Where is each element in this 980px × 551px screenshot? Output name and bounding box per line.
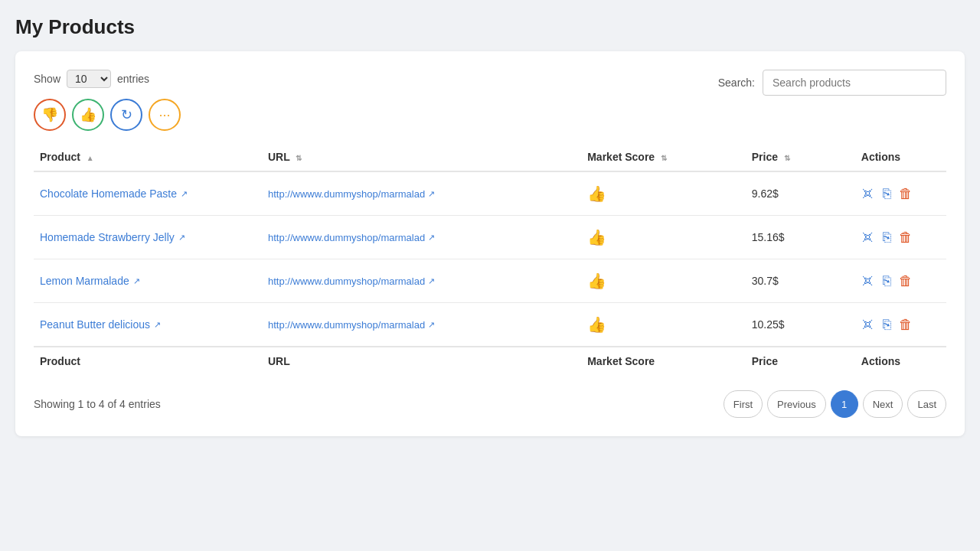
col-header-market-score[interactable]: Market Score ⇅ — [581, 143, 746, 171]
cell-market-score-3: 👍 — [581, 303, 746, 347]
pin-icon-1[interactable]: ⯏ — [861, 230, 875, 246]
table-row: Homemade Strawberry Jelly ↗ http://wwww.… — [34, 216, 946, 259]
url-link-2[interactable]: http://wwww.dummyshop/marmalad ↗ — [268, 276, 435, 287]
table-row: Peanut Butter delicious ↗ http://wwww.du… — [34, 303, 946, 347]
page-last-button[interactable]: Last — [907, 390, 946, 418]
pin-icon-2[interactable]: ⯏ — [861, 273, 875, 289]
pin-icon-0[interactable]: ⯏ — [861, 186, 875, 202]
action-icons-3: ⯏ ⎘ 🗑 — [861, 317, 940, 333]
table-header: Product ▲ URL ⇅ Market Score ⇅ Price ⇅ A… — [34, 143, 946, 171]
search-input[interactable] — [763, 70, 946, 96]
url-link-3[interactable]: http://wwww.dummyshop/marmalad ↗ — [268, 319, 435, 331]
cell-url-1: http://wwww.dummyshop/marmalad ↗ — [262, 216, 581, 259]
product-name-0: Chocolate Homemade Paste — [40, 187, 177, 200]
pagination: First Previous 1 Next Last — [724, 390, 946, 418]
url-link-0[interactable]: http://wwww.dummyshop/marmalad ↗ — [268, 188, 435, 200]
action-icons-2: ⯏ ⎘ 🗑 — [861, 273, 940, 289]
left-controls: Show 10 25 50 100 entries 👎 👍 ↻ ··· — [34, 70, 181, 131]
product-name-3: Peanut Butter delicious — [40, 318, 150, 331]
delete-icon-1[interactable]: 🗑 — [899, 230, 913, 246]
market-score-icon-3: 👍 — [587, 316, 606, 333]
cell-actions-2: ⯏ ⎘ 🗑 — [855, 259, 946, 303]
url-link-1[interactable]: http://wwww.dummyshop/marmalad ↗ — [268, 232, 435, 243]
product-link-3[interactable]: Peanut Butter delicious ↗ — [40, 318, 161, 331]
delete-icon-2[interactable]: 🗑 — [899, 273, 913, 289]
url-text-2: http://wwww.dummyshop/marmalad — [268, 276, 425, 287]
market-score-icon-1: 👍 — [587, 229, 606, 246]
cell-url-0: http://wwww.dummyshop/marmalad ↗ — [262, 171, 581, 216]
market-score-icon-2: 👍 — [587, 272, 606, 289]
ext-icon-product-2: ↗ — [133, 276, 140, 286]
col-header-actions: Actions — [855, 143, 946, 171]
showing-text: Showing 1 to 4 of 4 entries — [34, 398, 161, 410]
sort-arrow-product: ▲ — [87, 154, 94, 162]
product-name-2: Lemon Marmalade — [40, 275, 129, 287]
sort-arrow-market-score: ⇅ — [661, 154, 667, 162]
market-score-icon-0: 👍 — [587, 185, 606, 202]
bottom-bar: Showing 1 to 4 of 4 entries First Previo… — [34, 390, 946, 418]
table-row: Lemon Marmalade ↗ http://wwww.dummyshop/… — [34, 259, 946, 303]
table-row: Chocolate Homemade Paste ↗ http://wwww.d… — [34, 171, 946, 216]
cell-market-score-1: 👍 — [581, 216, 746, 259]
edit-icon-3[interactable]: ⎘ — [883, 317, 891, 333]
search-area: Search: — [718, 70, 946, 96]
page-next-button[interactable]: Next — [863, 390, 903, 418]
search-label: Search: — [718, 77, 755, 89]
page-1-button[interactable]: 1 — [831, 390, 858, 418]
footer-price: Price — [746, 347, 855, 375]
col-header-price[interactable]: Price ⇅ — [746, 143, 855, 171]
page-first-button[interactable]: First — [724, 390, 763, 418]
ext-icon-product-1: ↗ — [178, 233, 185, 243]
show-entries-row: Show 10 25 50 100 entries — [34, 70, 181, 88]
footer-market-score: Market Score — [581, 347, 746, 375]
cell-product-3: Peanut Butter delicious ↗ — [34, 303, 262, 347]
top-controls: Show 10 25 50 100 entries 👎 👍 ↻ ··· Sear… — [34, 70, 946, 131]
col-header-product[interactable]: Product ▲ — [34, 143, 262, 171]
cell-actions-1: ⯏ ⎘ 🗑 — [855, 216, 946, 259]
entries-select[interactable]: 10 25 50 100 — [67, 70, 111, 88]
icon-buttons-group: 👎 👍 ↻ ··· — [34, 99, 181, 131]
thumbs-up-button[interactable]: 👍 — [72, 99, 104, 131]
product-link-2[interactable]: Lemon Marmalade ↗ — [40, 275, 140, 287]
page-title: My Products — [15, 15, 965, 39]
cell-product-2: Lemon Marmalade ↗ — [34, 259, 262, 303]
ext-icon-product-3: ↗ — [154, 320, 161, 330]
cell-market-score-0: 👍 — [581, 171, 746, 216]
ext-icon-product-0: ↗ — [181, 189, 188, 199]
cell-price-3: 10.25$ — [746, 303, 855, 347]
ext-icon-url-3: ↗ — [428, 320, 435, 330]
footer-product: Product — [34, 347, 262, 375]
cell-market-score-2: 👍 — [581, 259, 746, 303]
product-link-1[interactable]: Homemade Strawberry Jelly ↗ — [40, 231, 185, 243]
col-header-url[interactable]: URL ⇅ — [262, 143, 581, 171]
footer-actions: Actions — [855, 347, 946, 375]
show-label: Show — [34, 73, 60, 85]
product-link-0[interactable]: Chocolate Homemade Paste ↗ — [40, 187, 188, 200]
pin-icon-3[interactable]: ⯏ — [861, 317, 875, 333]
action-icons-1: ⯏ ⎘ 🗑 — [861, 230, 940, 246]
products-table: Product ▲ URL ⇅ Market Score ⇅ Price ⇅ A… — [34, 143, 946, 375]
table-footer: Product URL Market Score Price Actions — [34, 347, 946, 375]
url-text-1: http://wwww.dummyshop/marmalad — [268, 232, 425, 243]
table-body: Chocolate Homemade Paste ↗ http://wwww.d… — [34, 171, 946, 347]
more-options-button[interactable]: ··· — [149, 99, 181, 131]
cell-product-1: Homemade Strawberry Jelly ↗ — [34, 216, 262, 259]
cell-price-2: 30.7$ — [746, 259, 855, 303]
ext-icon-url-0: ↗ — [428, 189, 435, 199]
action-icons-0: ⯏ ⎘ 🗑 — [861, 186, 940, 202]
url-text-0: http://wwww.dummyshop/marmalad — [268, 188, 425, 200]
edit-icon-1[interactable]: ⎘ — [883, 230, 891, 246]
delete-icon-3[interactable]: 🗑 — [899, 317, 913, 333]
cell-url-2: http://wwww.dummyshop/marmalad ↗ — [262, 259, 581, 303]
sort-arrow-url: ⇅ — [296, 154, 302, 162]
refresh-button[interactable]: ↻ — [110, 99, 142, 131]
edit-icon-0[interactable]: ⎘ — [883, 186, 891, 202]
edit-icon-2[interactable]: ⎘ — [883, 273, 891, 289]
cell-actions-0: ⯏ ⎘ 🗑 — [855, 171, 946, 216]
thumbs-down-button[interactable]: 👎 — [34, 99, 66, 131]
sort-arrow-price: ⇅ — [784, 154, 790, 162]
delete-icon-0[interactable]: 🗑 — [899, 186, 913, 202]
page-previous-button[interactable]: Previous — [767, 390, 826, 418]
cell-url-3: http://wwww.dummyshop/marmalad ↗ — [262, 303, 581, 347]
ext-icon-url-1: ↗ — [428, 233, 435, 243]
